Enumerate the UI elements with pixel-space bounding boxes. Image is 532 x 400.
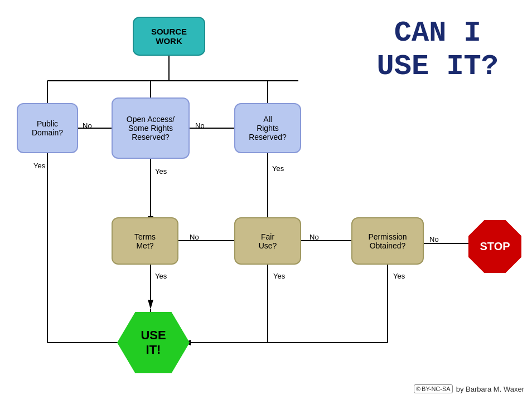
yes-label-6: Yes bbox=[393, 272, 405, 280]
stop-sign-node: STOP bbox=[468, 220, 521, 273]
cc-symbol: © bbox=[416, 386, 420, 392]
cc-icon: © BY-NC-SA bbox=[414, 384, 453, 393]
page-title: CAN I USE IT? bbox=[377, 17, 499, 84]
diagram: CAN I USE IT? bbox=[0, 0, 532, 400]
no-label-1: No bbox=[83, 121, 92, 130]
attribution-text: by Barbara M. Waxer bbox=[456, 385, 524, 393]
no-label-4: No bbox=[309, 233, 319, 241]
svg-marker-17 bbox=[148, 300, 153, 309]
no-label-2: No bbox=[195, 121, 205, 130]
use-it-node: USE IT! bbox=[117, 312, 190, 373]
yes-label-3: Yes bbox=[272, 164, 284, 173]
yes-label-1: Yes bbox=[33, 162, 45, 170]
public-domain-node: Public Domain? bbox=[17, 103, 78, 153]
no-label-5: No bbox=[429, 235, 439, 243]
all-rights-node: All Rights Reserved? bbox=[234, 103, 301, 153]
no-label-3: No bbox=[190, 233, 199, 241]
fair-use-node: Fair Use? bbox=[234, 217, 301, 265]
terms-met-node: Terms Met? bbox=[112, 217, 178, 265]
open-access-node: Open Access/ Some Rights Reserved? bbox=[112, 97, 190, 159]
source-work-node: SOURCE WORK bbox=[133, 17, 205, 56]
permission-node: Permission Obtained? bbox=[351, 217, 424, 265]
yes-label-2: Yes bbox=[155, 167, 167, 175]
yes-label-4: Yes bbox=[155, 272, 167, 280]
yes-label-5: Yes bbox=[273, 272, 285, 280]
cc-attribution: © BY-NC-SA by Barbara M. Waxer bbox=[414, 384, 524, 393]
cc-label: BY-NC-SA bbox=[422, 386, 451, 392]
